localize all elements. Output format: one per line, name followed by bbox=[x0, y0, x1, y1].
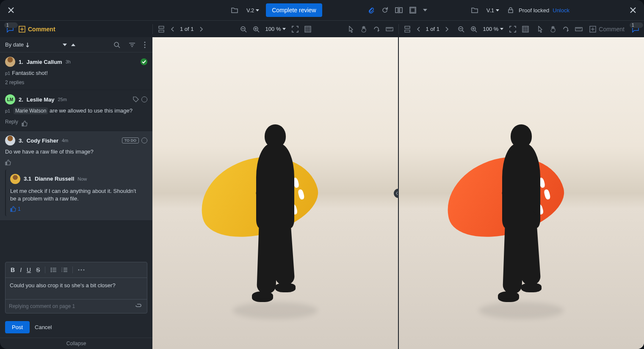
pointer-icon[interactable] bbox=[347, 24, 356, 34]
mention-tag[interactable]: Marie Watson bbox=[14, 107, 48, 114]
comment-author: Cody Fisher bbox=[27, 137, 58, 144]
version-selector-right[interactable]: V.1 bbox=[483, 5, 503, 15]
comment-button[interactable]: Comment bbox=[19, 26, 55, 33]
prev-page-icon-right[interactable] bbox=[415, 25, 422, 33]
reply-editor: B I U S 123 Could you also crop it so sh… bbox=[5, 262, 147, 313]
avatar: LM bbox=[5, 94, 15, 104]
rotate-icon[interactable] bbox=[371, 24, 381, 34]
fit-icon-right[interactable] bbox=[508, 24, 518, 34]
comment-bubble-icon-right[interactable]: 1 bbox=[630, 24, 641, 34]
actual-size-icon-right[interactable] bbox=[520, 24, 531, 34]
svg-rect-1 bbox=[400, 8, 402, 13]
status-circle-icon[interactable] bbox=[141, 137, 147, 143]
svg-rect-10 bbox=[159, 30, 164, 32]
next-page-icon[interactable] bbox=[198, 25, 205, 33]
hand-icon[interactable] bbox=[359, 24, 369, 34]
viewer-right[interactable] bbox=[399, 37, 644, 349]
svg-rect-4 bbox=[411, 8, 415, 12]
svg-point-55 bbox=[51, 271, 52, 272]
svg-line-44 bbox=[118, 46, 120, 48]
comment-item[interactable]: LM 2. Leslie May 25m p1 Marie Watson are… bbox=[0, 90, 152, 131]
comment-count-badge: 1 bbox=[4, 22, 18, 28]
svg-line-32 bbox=[475, 30, 477, 32]
folder-icon[interactable] bbox=[229, 5, 240, 15]
attachment-icon[interactable] bbox=[366, 5, 376, 15]
like-button[interactable] bbox=[22, 121, 28, 126]
hand-icon-right[interactable] bbox=[548, 24, 558, 34]
close-icon[interactable] bbox=[5, 4, 17, 16]
ruler-icon-right[interactable] bbox=[573, 25, 584, 33]
replies-count[interactable]: 2 replies bbox=[5, 80, 147, 85]
svg-line-13 bbox=[245, 30, 246, 32]
chevron-down-icon[interactable] bbox=[63, 44, 67, 46]
folder-icon-right[interactable] bbox=[470, 5, 480, 15]
comment-button-right[interactable]: Comment bbox=[589, 26, 628, 33]
editor-textarea[interactable]: Could you also crop it so she's a bit cl… bbox=[6, 278, 147, 299]
chevron-down-icon[interactable] bbox=[421, 7, 429, 13]
actual-size-icon[interactable] bbox=[303, 24, 313, 34]
complete-review-button[interactable]: Complete review bbox=[266, 3, 322, 17]
main: By date 1. Jamie Callum 3h bbox=[0, 37, 644, 349]
comment-item[interactable]: 1. Jamie Callum 3h p1Fantastic shot! 2 r… bbox=[0, 52, 152, 90]
comment-count-badge-right: 1 bbox=[630, 22, 643, 28]
comment-item[interactable]: 3. Cody Fisher 4m TO DO Do we have a raw… bbox=[0, 131, 152, 221]
editor-toolbar: B I U S 123 bbox=[6, 262, 147, 278]
editor-footer-label: Replying comment on page 1 bbox=[9, 303, 75, 309]
zoom-selector-right[interactable]: 100 % bbox=[481, 26, 506, 32]
close-icon-right[interactable] bbox=[627, 4, 639, 16]
zoom-selector[interactable]: 100 % bbox=[264, 26, 288, 32]
lock-icon bbox=[506, 5, 515, 15]
strikethrough-icon[interactable]: S bbox=[34, 265, 41, 275]
tag-icon[interactable] bbox=[133, 96, 139, 102]
fit-icon[interactable] bbox=[290, 24, 300, 34]
more-formatting-icon[interactable] bbox=[76, 267, 86, 272]
italic-icon[interactable]: I bbox=[18, 265, 23, 275]
pointer-icon-right[interactable] bbox=[536, 24, 545, 34]
rotate-icon-right[interactable] bbox=[561, 24, 571, 34]
svg-text:3: 3 bbox=[61, 270, 63, 272]
numbered-list-icon[interactable]: 123 bbox=[60, 266, 69, 274]
comment-label-text: Comment bbox=[28, 26, 55, 33]
reply-item: 3.1 Dianne Russell Now Let me check if I… bbox=[5, 170, 147, 216]
refresh-icon[interactable] bbox=[380, 5, 390, 15]
compare-icon[interactable] bbox=[393, 5, 404, 15]
svg-rect-34 bbox=[575, 27, 582, 31]
sort-selector[interactable]: By date bbox=[5, 41, 75, 48]
like-button[interactable]: 1 bbox=[10, 206, 143, 212]
comment-bubble-icon[interactable]: 1 bbox=[5, 24, 15, 34]
unlock-link[interactable]: Unlock bbox=[553, 7, 569, 14]
reply-link[interactable]: Reply bbox=[5, 119, 18, 125]
status-circle-icon[interactable] bbox=[141, 96, 147, 102]
pages-icon[interactable] bbox=[156, 24, 166, 34]
attachment-icon[interactable] bbox=[133, 302, 144, 311]
bold-icon[interactable]: B bbox=[9, 265, 17, 275]
zoom-in-icon-right[interactable] bbox=[469, 24, 479, 34]
cancel-button[interactable]: Cancel bbox=[35, 324, 52, 330]
post-button[interactable]: Post bbox=[5, 321, 30, 333]
underline-icon[interactable]: U bbox=[25, 265, 33, 275]
like-button[interactable] bbox=[5, 159, 147, 165]
zoom-out-icon-right[interactable] bbox=[456, 24, 466, 34]
collapse-button[interactable]: Collapse bbox=[0, 338, 152, 349]
bullet-list-icon[interactable] bbox=[49, 266, 58, 274]
reply-time: Now bbox=[77, 176, 87, 181]
svg-rect-19 bbox=[386, 27, 393, 31]
zoom-in-icon[interactable] bbox=[251, 24, 261, 34]
layout-icon[interactable] bbox=[408, 5, 418, 15]
chevron-up-icon[interactable] bbox=[71, 44, 75, 46]
status-approved-icon bbox=[141, 58, 147, 65]
more-icon[interactable] bbox=[142, 40, 147, 50]
todo-badge: TO DO bbox=[122, 137, 139, 143]
zoom-out-icon[interactable] bbox=[238, 24, 249, 34]
ruler-icon[interactable] bbox=[384, 25, 395, 33]
filter-icon[interactable] bbox=[127, 41, 137, 49]
version-selector-left[interactable]: V.2 bbox=[243, 5, 263, 15]
svg-point-63 bbox=[78, 269, 80, 271]
next-page-icon-right[interactable] bbox=[444, 25, 451, 33]
prev-page-icon[interactable] bbox=[169, 25, 176, 33]
comment-text: are we allowed to use this image? bbox=[50, 107, 133, 114]
viewer-left[interactable] bbox=[152, 37, 398, 349]
page-indicator-right: 1 of 1 bbox=[424, 26, 442, 32]
pages-icon-right[interactable] bbox=[402, 24, 412, 34]
search-icon[interactable] bbox=[112, 40, 122, 50]
